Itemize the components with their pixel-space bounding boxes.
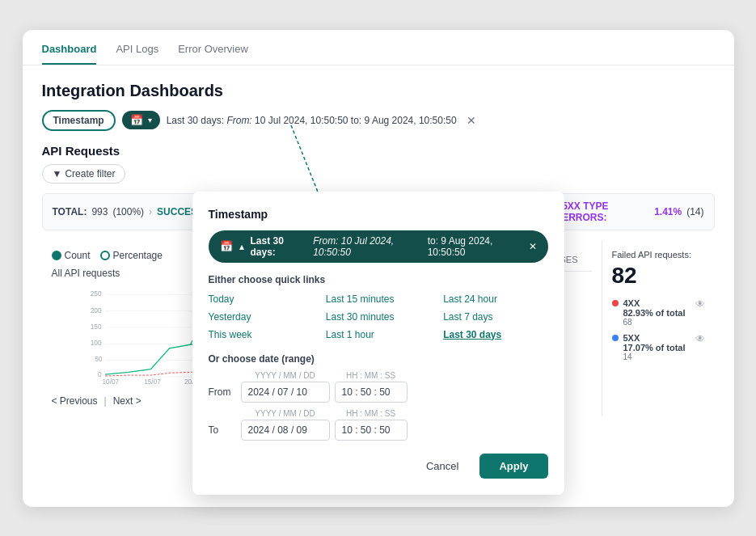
dropdown-clear-icon[interactable]: ✕ xyxy=(529,241,537,252)
svg-text:0: 0 xyxy=(97,369,101,378)
radio-pct-dot xyxy=(100,251,110,260)
total-label: TOTAL: xyxy=(53,206,87,217)
to-inputs xyxy=(241,420,408,441)
top-nav: Dashboard API Logs Error Overview xyxy=(23,30,734,65)
to-date-input[interactable] xyxy=(241,420,330,441)
failed-count-title: Failed API requests: xyxy=(612,250,705,260)
from-time-input[interactable] xyxy=(335,382,408,403)
date-range-section: Or choose date (range) YYYY / MM / DD HH… xyxy=(209,353,548,441)
to-time-input[interactable] xyxy=(335,420,408,441)
dot-4xx xyxy=(612,300,619,306)
pct-4xx: 82.93% of total xyxy=(623,308,691,318)
dropdown-header-to: to: 9 Aug 2024, 10:50:50 xyxy=(428,235,519,258)
eye-icon-5xx[interactable]: 👁 xyxy=(695,333,705,344)
total-pct: (100%) xyxy=(112,206,144,217)
quick-link-15min[interactable]: Last 15 minutes xyxy=(326,292,430,306)
nav-api-logs[interactable]: API Logs xyxy=(116,43,158,65)
dot-5xx xyxy=(612,335,619,341)
timestamp-clear-icon[interactable]: ✕ xyxy=(467,114,476,127)
radio-count[interactable]: Count xyxy=(52,250,91,261)
svg-text:200: 200 xyxy=(90,306,101,314)
chart-title: All API requests xyxy=(52,268,120,279)
quick-link-30days[interactable]: Last 30 days xyxy=(443,327,547,342)
dropdown-footer: Cancel Apply xyxy=(209,454,548,479)
to-row: To xyxy=(209,420,548,441)
total-value: 993 xyxy=(91,206,108,217)
error-type-4xx: 4XX 82.93% of total 68 👁 xyxy=(612,298,705,327)
from-inputs xyxy=(241,382,408,403)
count-4xx: 68 xyxy=(623,318,691,327)
timestamp-oval: Timestamp xyxy=(42,110,116,131)
dropdown-header: 📅 ▴ Last 30 days: From: 10 Jul 2024, 10:… xyxy=(209,230,548,263)
timestamp-value: Last 30 days: From: 10 Jul 2024, 10:50:5… xyxy=(167,115,457,126)
label-5xx: 5XX xyxy=(623,333,691,343)
date-placeholder-label: YYYY / MM / DD xyxy=(241,371,330,380)
dropdown-chevron-icon: ▴ xyxy=(239,241,244,252)
svg-text:250: 250 xyxy=(90,289,101,298)
dropdown-title: Timestamp xyxy=(209,208,548,221)
radio-group: Count Percentage xyxy=(52,250,163,261)
failed-count-num: 82 xyxy=(612,263,705,289)
calendar-icon: 📅 xyxy=(130,114,143,126)
quick-link-24hr[interactable]: Last 24 hour xyxy=(443,292,547,306)
timestamp-label: Timestamp xyxy=(53,115,104,126)
dropdown-header-prefix: Last 30 days: xyxy=(251,235,304,258)
dropdown-header-from: From: 10 Jul 2024, 10:50:50 xyxy=(313,235,418,258)
from-label: From xyxy=(209,386,234,398)
apply-button[interactable]: Apply xyxy=(479,454,547,479)
nav-dashboard[interactable]: Dashboard xyxy=(42,43,97,65)
create-filter-button[interactable]: ▼ Create filter xyxy=(42,164,126,184)
quick-link-today[interactable]: Today xyxy=(209,292,313,306)
from-row: From xyxy=(209,382,548,403)
date-range-title: Or choose date (range) xyxy=(209,353,548,365)
right-panel: Failed API requests: 82 4XX 82.93% of to… xyxy=(602,240,715,416)
timestamp-bar: Timestamp 📅 ▾ Last 30 days: From: 10 Jul… xyxy=(42,110,715,131)
5xx-pct: 1.41% xyxy=(654,206,682,217)
5xx-label: 5XX TYPE ERRORS: xyxy=(562,200,649,223)
api-requests-title: API Requests xyxy=(42,144,715,158)
next-button[interactable]: Next > xyxy=(113,395,141,407)
count-5xx: 14 xyxy=(623,352,691,361)
page-title: Integration Dashboards xyxy=(42,82,715,100)
dropdown-calendar-icon: 📅 xyxy=(220,240,233,252)
svg-text:100: 100 xyxy=(90,339,101,347)
label-4xx: 4XX xyxy=(623,298,691,308)
chevron-down-icon: ▾ xyxy=(148,116,152,125)
nav-error-overview[interactable]: Error Overview xyxy=(178,43,248,65)
prev-button[interactable]: < Previous xyxy=(52,395,98,407)
quick-link-yesterday[interactable]: Yesterday xyxy=(209,310,313,324)
to-time-placeholder-label: HH : MM : SS xyxy=(335,409,408,418)
svg-text:10/07: 10/07 xyxy=(102,378,119,386)
quick-links-title: Either choose quick links xyxy=(209,274,548,285)
cancel-button[interactable]: Cancel xyxy=(413,454,471,479)
radio-count-dot xyxy=(52,251,61,260)
quick-links-grid: Today Last 15 minutes Last 24 hour Yeste… xyxy=(209,292,548,342)
to-date-placeholder-label: YYYY / MM / DD xyxy=(241,409,330,418)
timestamp-filter-pill[interactable]: 📅 ▾ xyxy=(122,111,160,129)
radio-percentage[interactable]: Percentage xyxy=(100,250,163,261)
timestamp-dropdown: Timestamp 📅 ▴ Last 30 days: From: 10 Jul… xyxy=(192,192,564,495)
quick-link-1hr[interactable]: Last 1 hour xyxy=(326,327,430,342)
svg-text:50: 50 xyxy=(95,355,103,363)
quick-link-thisweek[interactable]: This week xyxy=(209,327,313,342)
time-placeholder-label: HH : MM : SS xyxy=(335,371,408,380)
sep1: › xyxy=(149,206,152,217)
svg-text:150: 150 xyxy=(90,322,101,330)
pct-5xx: 17.07% of total xyxy=(623,343,691,352)
svg-text:15/07: 15/07 xyxy=(144,378,161,386)
quick-link-7days[interactable]: Last 7 days xyxy=(443,310,547,324)
from-date-input[interactable] xyxy=(241,382,330,403)
to-label: To xyxy=(209,424,234,436)
filter-icon: ▼ xyxy=(53,168,62,179)
5xx-count: (14) xyxy=(686,206,703,217)
main-card: Dashboard API Logs Error Overview Integr… xyxy=(23,30,734,507)
quick-links-section: Either choose quick links Today Last 15 … xyxy=(209,274,548,342)
quick-link-30min[interactable]: Last 30 minutes xyxy=(326,310,430,324)
error-type-5xx: 5XX 17.07% of total 14 👁 xyxy=(612,333,705,361)
eye-icon-4xx[interactable]: 👁 xyxy=(695,298,705,310)
